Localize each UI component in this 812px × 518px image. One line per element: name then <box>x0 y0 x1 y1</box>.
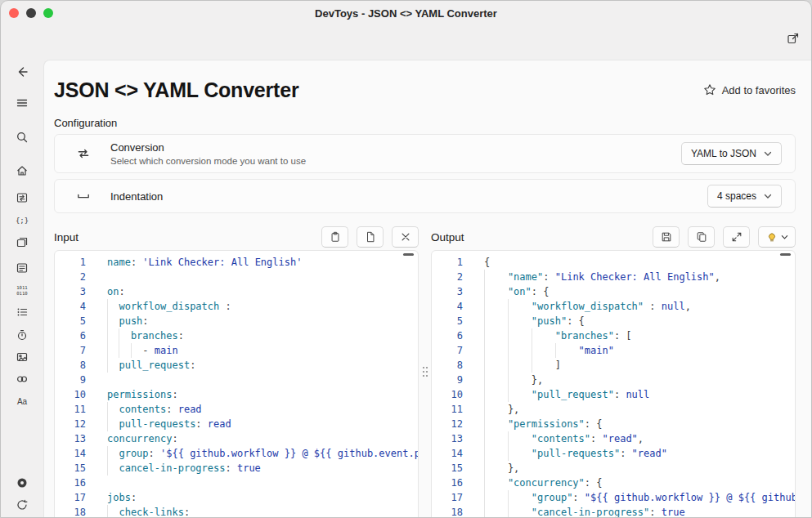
smart-output-button[interactable] <box>758 226 796 248</box>
line-number: 12 <box>432 417 463 431</box>
code-text: "concurrency": { <box>484 476 603 490</box>
code-text: push: <box>107 314 149 328</box>
panel-splitter[interactable] <box>419 226 431 518</box>
line-number: 15 <box>55 461 86 476</box>
code-line: 13"contents": "read", <box>432 431 795 446</box>
code-text: "workflow_dispatch" : null, <box>484 299 691 314</box>
code-text: "push": { <box>484 314 585 328</box>
code-text: ] <box>484 358 561 373</box>
swap-arrows-icon <box>76 146 91 161</box>
code-text: name: 'Link Checker: All English' <box>107 255 302 270</box>
indentation-value: 4 spaces <box>717 190 756 202</box>
code-line: 15}, <box>432 461 795 476</box>
indentation-dropdown[interactable]: 4 spaces <box>707 185 782 208</box>
copy-button[interactable] <box>688 226 715 248</box>
input-label: Input <box>54 231 79 243</box>
graphic-tools-icon[interactable] <box>16 261 29 275</box>
text-tools-icon[interactable]: Aa <box>16 395 29 408</box>
zoom-window-button[interactable] <box>43 8 53 18</box>
code-line: 14group: '${{ github.workflow }} @ ${{ g… <box>55 446 418 461</box>
code-line: 16 <box>55 476 418 490</box>
line-number: 14 <box>55 446 86 461</box>
line-number: 10 <box>55 387 86 402</box>
indentation-card: Indentation 4 spaces <box>54 179 796 213</box>
code-line: 4"workflow_dispatch" : null, <box>432 299 795 314</box>
chain-links-icon[interactable] <box>16 373 29 386</box>
code-text: jobs: <box>107 490 137 505</box>
line-number: 13 <box>55 431 86 446</box>
conversion-subtitle: Select which conversion mode you want to… <box>110 156 306 166</box>
back-arrow-icon[interactable] <box>16 65 29 78</box>
update-refresh-icon[interactable] <box>16 498 29 511</box>
save-button[interactable] <box>653 226 680 248</box>
code-line: 3"on": { <box>432 284 795 299</box>
line-number: 1 <box>55 255 86 270</box>
close-window-button[interactable] <box>9 8 19 18</box>
encoders-decoders-icon[interactable]: {;} <box>16 213 29 226</box>
image-tools-icon[interactable] <box>16 351 29 364</box>
minimize-window-button[interactable] <box>26 8 36 18</box>
search-icon[interactable] <box>16 131 29 144</box>
input-editor[interactable]: 1name: 'Link Checker: All English'23on:4… <box>54 250 419 518</box>
page-title: JSON <> YAML Converter <box>54 78 298 102</box>
open-file-button[interactable] <box>357 226 384 248</box>
line-number: 12 <box>55 417 86 431</box>
add-to-favorites-button[interactable]: Add to favorites <box>703 83 796 96</box>
timer-icon[interactable] <box>16 328 29 342</box>
code-text: "branches": [ <box>484 328 632 343</box>
record-dot-icon[interactable] <box>16 476 29 489</box>
code-text: concurrency: <box>107 431 178 446</box>
scrollbar-thumb[interactable] <box>403 253 414 256</box>
line-number: 16 <box>432 476 463 490</box>
line-number: 14 <box>432 446 463 461</box>
line-number: 18 <box>432 505 463 518</box>
code-line: 1{ <box>432 255 795 270</box>
configuration-section-label: Configuration <box>54 117 796 129</box>
code-text: contents: read <box>107 402 202 417</box>
indentation-icon <box>76 189 91 203</box>
detach-window-icon[interactable] <box>787 32 800 45</box>
expand-icon <box>731 231 742 243</box>
code-line: 9 <box>55 373 418 387</box>
code-text: pull-requests: read <box>107 417 231 431</box>
code-line: 9}, <box>432 373 795 387</box>
close-icon <box>400 231 411 243</box>
add-to-favorites-label: Add to favorites <box>722 84 796 96</box>
titlebar: DevToys - JSON <> YAML Converter <box>1 1 811 25</box>
code-text: branches: <box>107 328 184 343</box>
code-line: 10permissions: <box>55 387 418 402</box>
input-panel: Input 1 <box>54 226 419 518</box>
file-icon <box>365 231 376 243</box>
line-number: 13 <box>432 431 463 446</box>
expand-button[interactable] <box>723 226 750 248</box>
code-line: 6"branches": [ <box>432 328 795 343</box>
code-text: "permissions": { <box>484 417 603 431</box>
code-line: 13concurrency: <box>55 431 418 446</box>
code-line: 12"permissions": { <box>432 417 795 431</box>
code-line: 10"pull_request": null <box>432 387 795 402</box>
code-text: check-links: <box>107 505 190 518</box>
line-number: 17 <box>432 490 463 505</box>
binary-testers-icon[interactable]: 10110110 <box>16 284 29 297</box>
list-formatters-icon[interactable] <box>16 306 29 319</box>
clear-input-button[interactable] <box>392 226 419 248</box>
generators-icon[interactable] <box>16 235 29 248</box>
code-line: 1name: 'Link Checker: All English' <box>55 255 418 270</box>
output-label: Output <box>431 231 464 243</box>
lightbulb-icon <box>766 231 778 243</box>
menu-hamburger-icon[interactable] <box>16 96 29 109</box>
code-line: 17jobs: <box>55 490 418 505</box>
conversion-mode-dropdown[interactable]: YAML to JSON <box>681 142 782 165</box>
home-icon[interactable] <box>16 164 29 177</box>
code-line: 12pull-requests: read <box>55 417 418 431</box>
code-line: 16"concurrency": { <box>432 476 795 490</box>
code-line: 2 <box>55 270 418 284</box>
code-line: 4workflow_dispatch : <box>55 299 418 314</box>
paste-button[interactable] <box>321 226 348 248</box>
chevron-down-icon <box>781 234 788 240</box>
code-text: "main" <box>484 343 614 358</box>
converters-icon[interactable] <box>16 191 29 204</box>
code-text: }, <box>484 402 519 417</box>
scrollbar-thumb[interactable] <box>780 253 791 256</box>
output-editor[interactable]: 1{2"name": "Link Checker: All English",3… <box>431 250 796 518</box>
